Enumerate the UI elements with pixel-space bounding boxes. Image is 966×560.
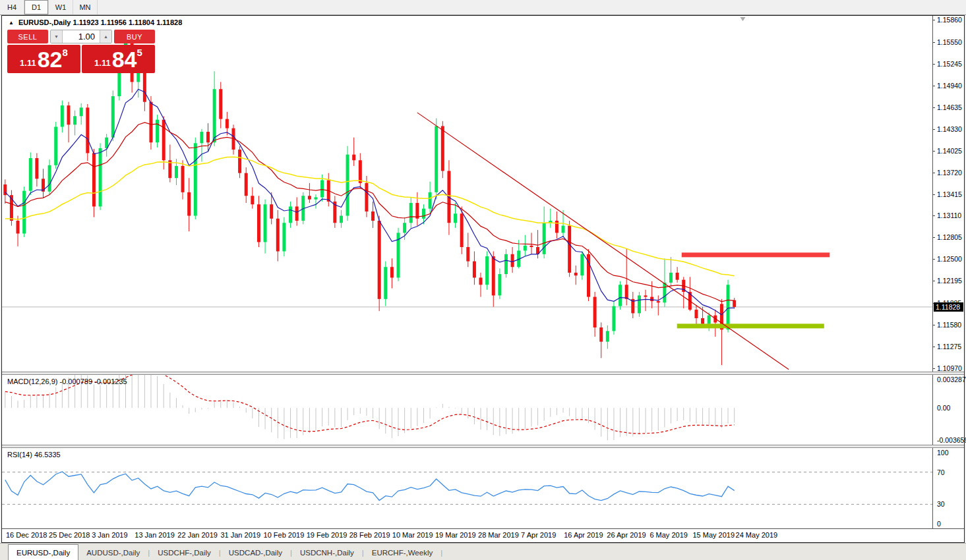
- date-axis-label: 26 Apr 2019: [607, 531, 646, 539]
- volume-box: ▼ 1.00 ▲: [50, 30, 112, 43]
- rsi-axis-label: 0: [937, 520, 941, 528]
- date-axis-label: 24 May 2019: [736, 531, 778, 539]
- macd-label: MACD(12,26,9) -0.000789 -0.001235: [7, 378, 127, 385]
- date-axis-label: 13 Jan 2019: [135, 531, 175, 539]
- price-axis-tick: [933, 259, 935, 260]
- price-axis-tick: [933, 64, 935, 65]
- price-axis-label: 1.15860: [937, 16, 962, 24]
- timeframe-toolbar: H4D1W1MN: [0, 0, 966, 15]
- date-axis-label: 19 Feb 2019: [307, 531, 347, 539]
- one-click-trade-panel: SELL ▼ 1.00 ▲ BUY 1.11 82 8 1.11 84 5: [7, 30, 155, 73]
- chart-tab-audusd-daily[interactable]: AUDUSD-,Daily: [78, 545, 148, 560]
- price-axis-label: 1.13415: [937, 190, 962, 198]
- price-axis-tick: [933, 20, 935, 20]
- price-axis-label: 1.12195: [937, 277, 962, 285]
- chart-title: ▲ EURUSD-,Daily 1.11923 1.11956 1.11804 …: [9, 18, 182, 26]
- macd-axis-label: -0.003659: [937, 436, 966, 444]
- date-axis-label: 15 May 2019: [692, 531, 735, 539]
- price-axis-label: 1.13720: [937, 169, 962, 177]
- macd-pane: MACD(12,26,9) -0.000789 -0.001235 0.0032…: [2, 375, 964, 445]
- price-axis-label: 1.15550: [937, 38, 962, 46]
- chart-tab-usdchf-daily[interactable]: USDCHF-,Daily: [150, 545, 219, 560]
- timeframe-button-h4[interactable]: H4: [0, 0, 24, 14]
- price-axis-label: 1.12805: [937, 233, 962, 241]
- trading-terminal: { "toolbar": { "timeframes": [ {"label":…: [0, 0, 966, 560]
- timeframe-button-d1[interactable]: D1: [24, 0, 49, 14]
- rsi-axis-label: 100: [937, 449, 949, 457]
- volume-decrease-icon[interactable]: ▼: [51, 30, 63, 43]
- price-axis-label: 1.12500: [937, 255, 962, 263]
- chart-symbol-label: EURUSD-,Daily: [18, 18, 71, 26]
- date-axis[interactable]: 16 Dec 201825 Dec 20183 Jan 201913 Jan 2…: [2, 528, 964, 542]
- price-axis-tick: [933, 325, 935, 325]
- price-axis-tick: [933, 215, 935, 216]
- collapse-panel-icon[interactable]: ▲: [9, 20, 14, 26]
- sell-price-display[interactable]: 1.11 82 8: [7, 45, 80, 73]
- macd-axis: 0.0032870.00-0.003659: [932, 375, 964, 445]
- price-axis-tick: [933, 347, 935, 347]
- date-axis-label: 28 Mar 2019: [478, 531, 519, 539]
- date-axis-label: 10 Mar 2019: [392, 531, 433, 539]
- date-axis-label: 6 May 2019: [649, 531, 687, 539]
- price-axis-tick: [933, 129, 935, 130]
- price-axis-label: 1.14330: [937, 125, 962, 133]
- price-axis-tick: [933, 368, 935, 369]
- chart-ohlc-values: 1.11923 1.11956 1.11804 1.11828: [73, 18, 183, 26]
- rsi-axis: 10070300: [932, 448, 964, 528]
- price-axis-tick: [933, 194, 935, 195]
- date-axis-label: 28 Feb 2019: [349, 531, 390, 539]
- price-axis-label: 1.15245: [937, 60, 962, 68]
- volume-input[interactable]: 1.00: [63, 30, 100, 43]
- volume-increase-icon[interactable]: ▲: [100, 30, 111, 43]
- rsi-chart[interactable]: [2, 448, 933, 528]
- timeframe-button-w1[interactable]: W1: [49, 0, 73, 14]
- rsi-axis-label: 30: [937, 500, 945, 508]
- buy-price-sup: 5: [137, 47, 142, 58]
- rsi-pane: RSI(14) 46.5335 10070300: [2, 448, 964, 528]
- price-pane: ▲ EURUSD-,Daily 1.11923 1.11956 1.11804 …: [2, 16, 964, 372]
- chart-tab-bar: EURUSD-,DailyAUDUSD-,Daily|USDCHF-,Daily…: [0, 543, 966, 560]
- price-axis[interactable]: 1.158601.155501.152451.149401.146351.143…: [932, 16, 964, 372]
- price-axis-tick: [933, 151, 935, 152]
- date-axis-label: 16 Apr 2019: [564, 531, 603, 539]
- date-axis-label: 19 Mar 2019: [435, 531, 476, 539]
- buy-button[interactable]: BUY: [114, 30, 155, 43]
- buy-price-prefix: 1.11: [94, 58, 111, 68]
- chart-window: ▲ EURUSD-,Daily 1.11923 1.11956 1.11804 …: [1, 15, 965, 543]
- chart-tab-usdcnh-daily[interactable]: USDCNH-,Daily: [292, 545, 362, 560]
- date-axis-label: 7 Apr 2019: [521, 531, 556, 539]
- price-axis-tick: [933, 107, 935, 108]
- chart-tab-eurusd-daily[interactable]: EURUSD-,Daily: [8, 544, 78, 560]
- date-axis-label: 22 Jan 2019: [177, 531, 218, 539]
- price-axis-tick: [933, 237, 935, 238]
- sell-price-big: 82: [38, 46, 63, 72]
- date-axis-label: 31 Jan 2019: [220, 531, 260, 539]
- rsi-axis-label: 70: [937, 468, 945, 476]
- price-axis-tick: [933, 281, 935, 281]
- price-axis-tick: [933, 42, 935, 43]
- buy-price-display[interactable]: 1.11 84 5: [82, 45, 155, 73]
- macd-chart[interactable]: [2, 375, 933, 445]
- chart-tab-eurchf-weekly[interactable]: EURCHF-,Weekly: [364, 545, 440, 560]
- chart-tab-usdcad-daily[interactable]: USDCAD-,Daily: [221, 545, 290, 560]
- rsi-label: RSI(14) 46.5335: [7, 451, 61, 459]
- sell-price-prefix: 1.11: [20, 58, 36, 68]
- date-axis-label: 16 Dec 2018: [6, 531, 47, 539]
- price-axis-label: 1.11275: [937, 343, 961, 350]
- macd-axis-label: 0.003287: [937, 376, 966, 383]
- buy-price-big: 84: [112, 46, 137, 72]
- macd-axis-label: 0.00: [937, 404, 950, 412]
- price-axis-tick: [933, 173, 935, 173]
- sell-price-sup: 8: [63, 47, 68, 58]
- timeframe-button-mn[interactable]: MN: [73, 0, 98, 14]
- tab-separator: |: [440, 545, 442, 560]
- date-axis-label: 25 Dec 2018: [49, 531, 90, 539]
- price-axis-tick: [933, 86, 935, 86]
- date-axis-label: 3 Jan 2019: [92, 531, 127, 539]
- price-axis-label: 1.10970: [937, 364, 962, 372]
- sell-button[interactable]: SELL: [7, 30, 48, 43]
- date-axis-label: 10 Feb 2019: [264, 531, 305, 539]
- price-axis-label: 1.14635: [937, 103, 962, 111]
- price-axis-label: 1.14940: [937, 82, 962, 90]
- chart-shift-marker-icon: [740, 17, 745, 21]
